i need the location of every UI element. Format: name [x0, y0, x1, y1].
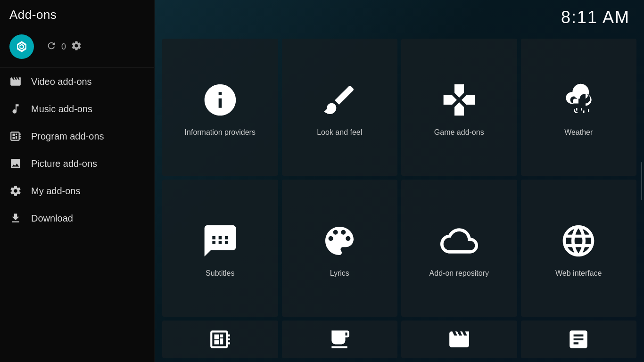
- repository-icon-area: [438, 220, 480, 262]
- settings-icon[interactable]: [71, 40, 82, 53]
- program-label: Program add-ons: [31, 131, 104, 142]
- weather-label: Weather: [564, 128, 593, 138]
- executable-icon-area: [206, 325, 234, 354]
- grid-item-repository[interactable]: Add-on repository: [401, 180, 517, 317]
- pvr-icon: [447, 328, 471, 351]
- subtitles-label: Subtitles: [206, 269, 234, 279]
- addon-grid: Information providers Look and feel Game…: [155, 35, 644, 180]
- weather-icon-area: [557, 79, 600, 121]
- sidebar: Add-ons 0 Video add-o: [0, 0, 155, 362]
- lyrics-icon: [321, 222, 358, 260]
- clock: 8:11 AM: [561, 8, 630, 27]
- grid-item-screensaver[interactable]: [282, 321, 398, 358]
- program-icon: [9, 130, 22, 142]
- lyrics-icon-area: [318, 220, 361, 262]
- refresh-area: 0: [46, 40, 82, 53]
- grid-item-subtitles[interactable]: Subtitles: [162, 180, 278, 317]
- web-label: Web interface: [555, 269, 602, 279]
- grid-item-look[interactable]: Look and feel: [282, 39, 398, 176]
- screensaver-icon: [328, 328, 351, 351]
- page-title: Add-ons: [0, 0, 154, 26]
- scroll-indicator: [641, 162, 642, 200]
- grid-item-pvr[interactable]: [401, 321, 517, 358]
- lyrics-label: Lyrics: [330, 269, 349, 279]
- sidebar-item-picture[interactable]: Picture add-ons: [0, 150, 154, 177]
- sidebar-header: 0: [0, 26, 154, 68]
- sidebar-item-download[interactable]: Download: [0, 205, 154, 232]
- sidebar-item-video[interactable]: Video add-ons: [0, 68, 154, 95]
- grid-item-lyrics[interactable]: Lyrics: [282, 180, 398, 317]
- refresh-icon[interactable]: [46, 41, 57, 53]
- download-icon: [9, 212, 22, 224]
- screensaver-icon-area: [325, 325, 354, 354]
- sidebar-item-program[interactable]: Program add-ons: [0, 123, 154, 150]
- refresh-svg: [46, 41, 57, 51]
- game-label: Game add-ons: [434, 128, 484, 138]
- grid-item-weather[interactable]: Weather: [521, 39, 637, 176]
- executable-icon: [208, 328, 232, 351]
- grid-item-info[interactable]: Information providers: [162, 39, 278, 176]
- game-icon: [440, 81, 478, 119]
- grid-item-skin[interactable]: [521, 321, 637, 358]
- grid-item-web[interactable]: Web interface: [521, 180, 637, 317]
- picture-label: Picture add-ons: [31, 158, 97, 169]
- subtitles-icon-area: [199, 220, 241, 262]
- look-label: Look and feel: [317, 128, 362, 138]
- my-addons-icon: [9, 185, 22, 197]
- repository-label: Add-on repository: [429, 269, 489, 279]
- main-content: 8:11 AM Information providers Look and f…: [155, 0, 644, 362]
- info-icon: [201, 81, 239, 119]
- download-label: Download: [31, 213, 73, 224]
- look-icon-area: [318, 79, 361, 121]
- repository-icon: [440, 222, 478, 260]
- picture-icon: [9, 157, 22, 170]
- info-icon-area: [199, 79, 241, 121]
- my-addons-label: My add-ons: [31, 186, 81, 197]
- info-label: Information providers: [185, 128, 256, 138]
- grid-item-game[interactable]: Game add-ons: [401, 39, 517, 176]
- weather-icon: [560, 81, 597, 119]
- skin-icon-area: [564, 325, 593, 354]
- subtitles-icon: [201, 222, 239, 260]
- sidebar-item-my[interactable]: My add-ons: [0, 177, 154, 205]
- video-label: Video add-ons: [31, 76, 92, 87]
- sidebar-item-music[interactable]: Music add-ons: [0, 95, 154, 123]
- addon-grid-2: Subtitles Lyrics Add-on repository: [155, 180, 644, 321]
- music-label: Music add-ons: [31, 104, 92, 115]
- addon-box-icon[interactable]: [9, 34, 34, 59]
- game-icon-area: [438, 79, 480, 121]
- gear-svg: [71, 40, 82, 51]
- pvr-icon-area: [445, 325, 473, 354]
- web-icon: [560, 222, 597, 260]
- skin-icon: [567, 328, 590, 351]
- video-icon: [9, 75, 22, 88]
- main-header: 8:11 AM: [155, 0, 644, 35]
- music-icon: [9, 103, 22, 115]
- grid-item-executable[interactable]: [162, 321, 278, 358]
- box-icon: [15, 40, 28, 53]
- refresh-count: 0: [61, 42, 66, 52]
- web-icon-area: [557, 220, 600, 262]
- addon-grid-bottom: [155, 321, 644, 362]
- look-icon: [321, 81, 358, 119]
